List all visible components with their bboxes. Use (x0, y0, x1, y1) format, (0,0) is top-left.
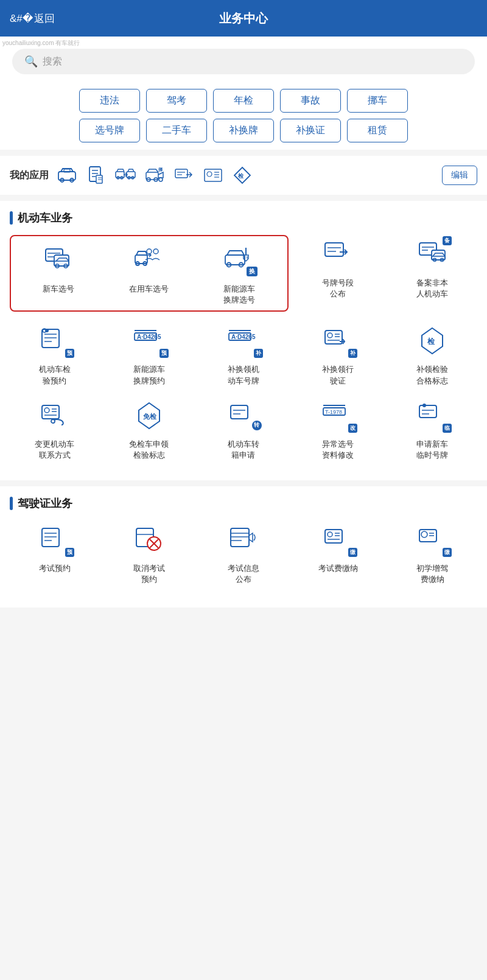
badge-预考: 预 (65, 548, 74, 557)
申请新车临时号牌-icon: 临 (413, 396, 452, 435)
tag-补换牌[interactable]: 补换牌 (213, 119, 274, 142)
tag-二手车[interactable]: 二手车 (146, 119, 207, 142)
补换领行驶证-icon: 补 (318, 321, 357, 360)
badge-预: 预 (65, 349, 74, 358)
补换领机动车号牌-label: 补换领机动车号牌 (228, 364, 259, 386)
badge-缴: 缴 (348, 548, 357, 557)
motor-item-补换领机动车号牌[interactable]: A·D4265 补 补换领机动车号牌 (198, 321, 288, 386)
svg-point-18 (159, 178, 163, 181)
svg-rect-105 (325, 530, 342, 543)
search-placeholder: 搜索 (43, 55, 62, 68)
svg-text:检: 检 (427, 337, 435, 346)
考试信息公布-icon (224, 520, 263, 559)
tags-row-1: 违法 驾考 年检 事故 挪车 (10, 89, 477, 113)
my-app-icon-2[interactable] (84, 163, 108, 187)
svg-point-106 (328, 532, 332, 537)
motor-section-label: 机动车业务 (18, 211, 72, 225)
初学增驾费缴纳-icon: 缴 (413, 520, 452, 559)
svg-point-111 (421, 531, 427, 537)
motor-item-免检车申领检验标志[interactable]: 免检 免检车申领检验标志 (104, 396, 194, 461)
my-app-icon-6[interactable] (201, 163, 225, 187)
tag-租赁[interactable]: 租赁 (347, 119, 408, 142)
license-item-取消考试预约[interactable]: 取消考试预约 (104, 520, 194, 585)
svg-rect-15 (146, 172, 158, 180)
motor-item-新车选号[interactable]: 新车选号 (16, 241, 102, 306)
my-app-icon-5[interactable] (172, 163, 196, 187)
motor-item-变更机动车联系方式[interactable]: 变更机动车联系方式 (10, 396, 99, 461)
svg-rect-82 (231, 405, 248, 419)
svg-rect-47 (325, 243, 343, 256)
tag-补换证[interactable]: 补换证 (280, 119, 341, 142)
motor-item-新能源车换牌预约[interactable]: A·D4265 预 新能源车换牌预约 (104, 321, 194, 386)
号牌号段公布-icon (318, 235, 357, 274)
考试信息公布-label: 考试信息公布 (228, 563, 259, 585)
svg-point-80 (51, 419, 55, 423)
svg-rect-88 (419, 405, 436, 418)
新能源车换牌预约-icon: A·D4265 预 (130, 321, 169, 360)
license-row-1: 预 考试预约 取消考试预约 (10, 520, 477, 585)
motor-item-异常选号资料修改[interactable]: T-1978 改 异常选号资料修改 (293, 396, 383, 461)
my-app-icon-1[interactable] (55, 163, 79, 187)
badge-补2: 补 (348, 349, 357, 358)
badge-换: 换 (247, 267, 258, 276)
motor-item-备案非本人机动车[interactable]: 备 备案非本人机动车 (388, 235, 477, 312)
watermark: youchailiuxing.com 有车就行 (2, 39, 80, 47)
my-apps-section: 我的应用 (0, 156, 487, 195)
my-app-icon-3[interactable] (113, 163, 138, 187)
license-item-考试费缴纳[interactable]: 缴 考试费缴纳 (293, 520, 383, 585)
motor-item-申请新车临时号牌[interactable]: 临 申请新车临时号牌 (388, 396, 477, 461)
header: &#� 返回 业务中心 (0, 0, 487, 37)
motor-item-机动车检验预约[interactable]: 预 机动车检验预约 (10, 321, 99, 386)
svg-point-40 (153, 249, 158, 254)
svg-point-24 (207, 172, 212, 177)
badge-预2: 预 (159, 349, 169, 358)
tag-驾考[interactable]: 驾考 (146, 89, 207, 113)
my-app-icon-4[interactable]: 挪 (142, 163, 167, 187)
备案非本人机动车-label: 备案非本人机动车 (416, 278, 448, 299)
motor-item-补换领行驶证[interactable]: 补 补换领行驶证 (293, 321, 383, 386)
tag-挪车[interactable]: 挪车 (347, 89, 408, 113)
page-title: 业务中心 (219, 10, 268, 27)
补领检验合格标志-label: 补领检验合格标志 (416, 364, 448, 386)
section-bar (10, 211, 13, 225)
motor-item-机动车转籍申请[interactable]: 转 机动车转籍申请 (198, 396, 288, 461)
新车选号-label: 新车选号 (43, 284, 74, 295)
svg-text:挪: 挪 (158, 167, 163, 172)
license-item-考试预约[interactable]: 预 考试预约 (10, 520, 99, 585)
motor-row-1: 新车选号 (10, 235, 477, 312)
tag-年检[interactable]: 年检 (213, 89, 274, 113)
考试预约-icon: 预 (35, 520, 74, 559)
back-button[interactable]: &#� 返回 (10, 12, 55, 26)
license-item-考试信息公布[interactable]: 考试信息公布 (198, 520, 288, 585)
变更机动车联系方式-icon (35, 396, 74, 435)
motor-section: 机动车业务 新车选号 (0, 201, 487, 480)
机动车转籍申请-label: 机动车转籍申请 (228, 439, 259, 461)
svg-point-70 (328, 333, 332, 338)
tag-选号牌[interactable]: 选号牌 (79, 119, 140, 142)
highlight-group: 新车选号 (10, 235, 289, 312)
motor-item-在用车选号[interactable]: 在用车选号 (107, 241, 192, 306)
补领检验合格标志-icon: 检 (413, 321, 452, 360)
edit-apps-button[interactable]: 编辑 (442, 166, 477, 185)
在用车选号-label: 在用车选号 (129, 284, 169, 295)
license-section-bar (10, 497, 13, 510)
license-section-title: 驾驶证业务 (10, 496, 477, 511)
motor-item-新能源车换牌选号[interactable]: 换 新能源车换牌选号 (197, 241, 282, 306)
补换领行驶证-label: 补换领行驶证 (322, 364, 354, 386)
license-item-初学增驾费缴纳[interactable]: 缴 初学增驾费缴纳 (388, 520, 477, 585)
号牌号段公布-label: 号牌号段公布 (322, 278, 354, 299)
my-app-icon-7[interactable]: 检 (230, 163, 254, 187)
motor-item-补领检验合格标志[interactable]: 检 补领检验合格标志 (388, 321, 477, 386)
免检车申领检验标志-icon: 免检 (130, 396, 169, 435)
badge-补: 补 (254, 349, 263, 358)
motor-section-title: 机动车业务 (10, 211, 477, 225)
tag-违法[interactable]: 违法 (79, 89, 140, 113)
motor-item-号牌号段公布[interactable]: 号牌号段公布 (293, 235, 383, 312)
search-box[interactable]: 🔍 搜索 (12, 49, 475, 74)
svg-rect-20 (175, 169, 187, 178)
my-apps-icons: 挪 检 (55, 163, 436, 187)
tag-事故[interactable]: 事故 (280, 89, 341, 113)
机动车检验预约-icon: 预 (35, 321, 74, 360)
svg-text:免检: 免检 (142, 413, 157, 420)
取消考试预约-label: 取消考试预约 (133, 563, 165, 585)
